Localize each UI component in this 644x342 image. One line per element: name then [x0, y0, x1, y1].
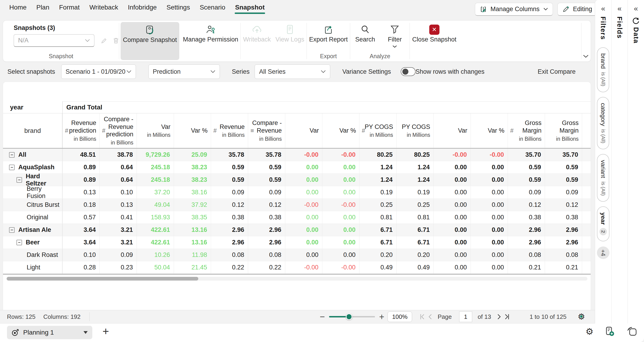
table-row: Original0.570.41158.9338.350.380.380.000… — [3, 211, 591, 224]
column-header-text: Revenuein Billions — [220, 123, 248, 138]
cell-value: 245.18 — [136, 161, 174, 174]
cell-value: 0.10 — [100, 186, 136, 198]
search-button[interactable]: Search — [350, 21, 380, 54]
menu-snapshot[interactable]: Snapshot — [235, 4, 265, 11]
expand-fields-icon[interactable]: « — [618, 4, 622, 13]
collapse-ribbon-icon[interactable] — [583, 54, 589, 58]
filter-funnel-icon — [390, 24, 399, 36]
series-select[interactable]: All Series — [255, 64, 330, 79]
snapshot-select[interactable]: N/A — [14, 34, 94, 47]
menu-settings[interactable]: Settings — [166, 4, 190, 11]
measure-select[interactable]: Prediction — [148, 64, 220, 79]
column-header-5[interactable]: #Revenuein Billions — [211, 114, 248, 148]
cell-value: 2.96 — [211, 236, 248, 248]
sheet-tab-planning-1[interactable]: Planning 1 — [7, 326, 92, 339]
export-report-button[interactable]: Export Report — [307, 21, 350, 54]
collapse-row-icon[interactable]: − — [9, 227, 14, 233]
row-filler-cell — [582, 236, 591, 248]
column-title: Revenue — [220, 123, 245, 131]
column-header-8[interactable]: Var % — [322, 114, 359, 148]
menu-scenario[interactable]: Scenario — [200, 4, 226, 11]
menu-plan[interactable]: Plan — [36, 4, 50, 11]
variance-settings-link[interactable]: Variance Settings — [342, 68, 391, 75]
show-changes-toggle[interactable] — [401, 67, 416, 76]
collapse-row-icon[interactable]: − — [9, 164, 14, 170]
expand-data-icon[interactable]: « — [634, 4, 638, 13]
menu-format[interactable]: Format — [59, 4, 80, 11]
column-title: PY COGS — [402, 123, 430, 131]
filter-chip-variant[interactable]: variantis (All) — [597, 154, 609, 202]
add-sheet-button[interactable]: + — [102, 325, 109, 338]
column-header-1[interactable]: #Revenue predictionin Billions — [62, 114, 100, 148]
collapse-row-icon[interactable]: − — [9, 152, 14, 158]
page-number-input[interactable]: 1 — [459, 312, 472, 322]
column-header-13[interactable]: #Gross Marginin Billions — [508, 114, 545, 148]
settings-gear-icon[interactable]: ⚙ — [586, 326, 594, 337]
column-header-7[interactable]: Var — [285, 114, 322, 148]
prev-page-icon[interactable] — [428, 313, 432, 320]
filter-chip-year[interactable]: year2 — [597, 206, 610, 242]
column-header-9[interactable]: #PY COGSin Millions — [359, 114, 396, 148]
exit-compare-link[interactable]: Exit Compare — [538, 68, 576, 75]
horizontal-scrollbar[interactable] — [6, 277, 588, 280]
expand-filters-icon[interactable]: « — [601, 4, 605, 13]
zoom-in-button[interactable]: + — [379, 312, 384, 322]
zoom-slider-knob[interactable] — [346, 314, 352, 320]
cell-value: 35.78 — [211, 149, 248, 161]
menu-home[interactable]: Home — [9, 4, 27, 11]
column-header-10[interactable]: PY COGSin Millions — [396, 114, 434, 148]
menu-infobridge[interactable]: Infobridge — [128, 4, 157, 11]
cell-value: 0.38 — [248, 211, 285, 224]
fields-panel[interactable]: « Fields — [611, 0, 628, 324]
column-unit-label: in Millions — [402, 132, 430, 138]
refresh-icon[interactable] — [632, 17, 640, 25]
chevron-down-icon — [321, 70, 326, 73]
horizontal-scrollbar-thumb[interactable] — [7, 277, 198, 280]
manage-permission-button[interactable]: Manage Permission — [181, 21, 241, 62]
column-header-4[interactable]: Var % — [174, 114, 211, 148]
col-field-label[interactable]: brand — [3, 114, 62, 148]
cell-value: 0.00 — [470, 224, 508, 236]
column-header-6[interactable]: ≡Compare - Revenuein Billions — [248, 114, 285, 148]
cell-value: 0.59 — [545, 161, 582, 174]
last-page-icon[interactable] — [504, 313, 510, 320]
filter-chip-category[interactable]: categoryis (All) — [597, 97, 609, 150]
more-filters-badge[interactable]: +4 — [597, 246, 610, 259]
data-panel[interactable]: « Data — [628, 0, 644, 324]
cell-value: 1.24 — [396, 161, 434, 174]
column-header-2[interactable]: #Compare - Revenue predictionin Billions — [100, 114, 136, 148]
cell-value: 0.00 — [285, 211, 322, 224]
snapshot-compare-select[interactable]: Scenario 1 - 01/09/20 — [61, 64, 136, 79]
sheet-tab-caret-icon[interactable] — [84, 331, 88, 334]
collapse-row-icon[interactable]: − — [16, 177, 22, 183]
zoom-slider[interactable] — [329, 316, 375, 318]
copies-stack-icon[interactable] — [626, 326, 638, 337]
column-header-14[interactable]: Gross Marginin Billions — [545, 114, 582, 148]
row-field-label[interactable]: year — [3, 101, 62, 113]
table-row: −AquaSplash0.890.64245.1838.230.590.590.… — [3, 161, 591, 174]
column-header-11[interactable]: Var — [434, 114, 470, 148]
cell-value: 0.00 — [285, 174, 322, 186]
filter-chip-brand[interactable]: brandis (All) — [597, 47, 609, 92]
column-header-12[interactable]: Var % — [470, 114, 508, 148]
close-snapshot-button[interactable]: ✕ Close Snapshot — [410, 21, 459, 62]
grand-total-header[interactable]: Grand Total — [62, 101, 591, 113]
grid-settings-gear-icon[interactable]: ⚙ — [578, 312, 585, 322]
menu-writeback[interactable]: Writeback — [89, 4, 118, 11]
cell-value: -0.00 — [470, 149, 508, 161]
next-page-icon[interactable] — [497, 313, 502, 320]
manage-columns-button[interactable]: Manage Columns — [475, 3, 553, 16]
first-page-icon[interactable] — [419, 313, 426, 320]
column-header-3[interactable]: Varin Millions — [136, 114, 174, 148]
filter-button[interactable]: Filter — [380, 21, 410, 54]
compare-snapshot-button[interactable]: Compare Snapshot — [120, 22, 179, 60]
cell-value: 1.24 — [359, 161, 396, 174]
pivot-grid-panel: year Grand Total brand #Revenue predicti… — [3, 82, 591, 310]
add-report-icon[interactable] — [604, 326, 615, 337]
zoom-level-box[interactable]: 100% — [388, 312, 412, 322]
cell-value: 10.26 — [136, 249, 174, 261]
zoom-out-button[interactable]: − — [320, 312, 325, 322]
cell-value: 0.12 — [545, 199, 582, 211]
collapse-row-icon[interactable]: − — [16, 240, 22, 245]
filters-panel[interactable]: « Filters brandis (All)categoryis (All)v… — [595, 0, 611, 324]
